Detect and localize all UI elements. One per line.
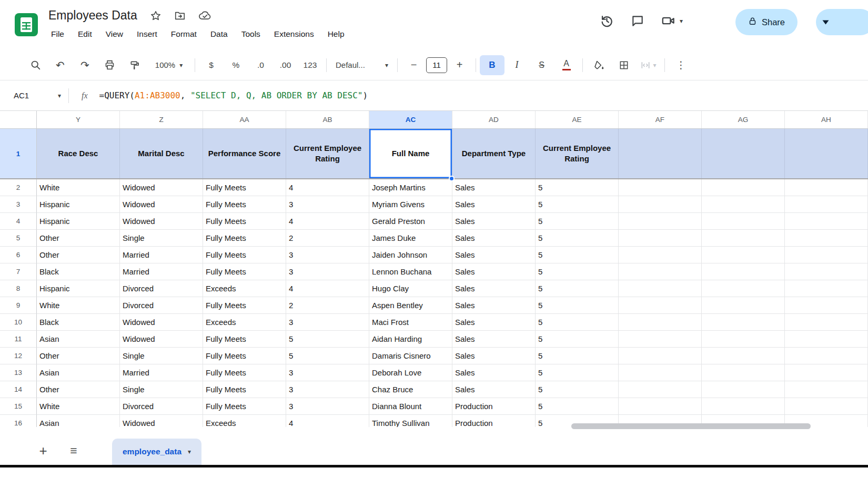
cell[interactable] (619, 348, 702, 364)
cell[interactable]: Widowed (120, 331, 203, 348)
cell[interactable] (702, 331, 785, 348)
cell[interactable]: 4 (286, 280, 369, 297)
cell[interactable]: Other (37, 247, 120, 263)
cell[interactable]: Fully Meets (203, 381, 286, 398)
cell[interactable]: 5 (536, 314, 619, 331)
cell[interactable]: 5 (536, 381, 619, 398)
cell[interactable]: James Duke (369, 230, 452, 247)
row-header-5[interactable]: 5 (0, 230, 37, 247)
cell[interactable] (702, 348, 785, 364)
cell[interactable]: 5 (536, 230, 619, 247)
sheets-logo-icon[interactable] (15, 13, 38, 36)
cell[interactable]: 3 (286, 398, 369, 415)
cell[interactable]: Married (120, 364, 203, 381)
cell[interactable] (702, 230, 785, 247)
print-icon[interactable] (97, 55, 122, 75)
cell[interactable]: Sales (452, 196, 536, 213)
cell[interactable]: Damaris Cisnero (369, 348, 452, 364)
font-select[interactable]: Defaul... ▾ (330, 55, 393, 75)
cell[interactable]: Aspen Bentley (369, 297, 452, 314)
cell[interactable] (619, 381, 702, 398)
version-history-icon[interactable] (600, 14, 614, 28)
cell[interactable]: Asian (37, 364, 120, 381)
cell[interactable]: Single (120, 230, 203, 247)
menu-help[interactable]: Help (321, 27, 351, 41)
sheet-tab-employee-data[interactable]: employee_data ▾ (112, 439, 201, 465)
comments-icon[interactable] (631, 14, 644, 28)
cell[interactable]: Hispanic (37, 196, 120, 213)
bold-button[interactable]: B (480, 55, 504, 75)
cell[interactable]: Sales (452, 213, 536, 230)
cell[interactable] (619, 263, 702, 280)
cell[interactable] (702, 213, 785, 230)
cell[interactable]: Hugo Clay (369, 280, 452, 297)
cell[interactable]: Chaz Bruce (369, 381, 452, 398)
cell[interactable]: Other (37, 381, 120, 398)
row-header-12[interactable]: 12 (0, 348, 37, 364)
undo-icon[interactable]: ↶ (48, 55, 73, 75)
cell[interactable]: Widowed (120, 179, 203, 196)
cell[interactable] (702, 196, 785, 213)
star-icon[interactable] (150, 10, 162, 22)
header-cell[interactable]: Race Desc (37, 129, 120, 178)
cell[interactable] (619, 314, 702, 331)
cell[interactable] (785, 247, 868, 263)
cell[interactable]: Other (37, 230, 120, 247)
sheet-tab-menu-icon[interactable]: ▾ (188, 449, 191, 455)
cell[interactable]: 5 (536, 280, 619, 297)
column-header-aa[interactable]: AA (203, 111, 286, 128)
cell[interactable] (785, 179, 868, 196)
cell[interactable]: Myriam Givens (369, 196, 452, 213)
cell[interactable] (785, 398, 868, 415)
cell[interactable] (619, 179, 702, 196)
horizontal-scrollbar[interactable] (571, 423, 811, 429)
cell[interactable]: Widowed (120, 196, 203, 213)
cell[interactable] (702, 280, 785, 297)
cell[interactable]: Black (37, 263, 120, 280)
header-cell[interactable] (619, 129, 702, 178)
italic-button[interactable]: I (504, 55, 529, 75)
cell[interactable]: 5 (536, 213, 619, 230)
menu-file[interactable]: File (44, 27, 71, 41)
cell[interactable]: Aidan Harding (369, 331, 452, 348)
cell[interactable] (619, 297, 702, 314)
increase-font-size-button[interactable]: + (447, 55, 472, 75)
column-header-af[interactable]: AF (619, 111, 702, 128)
cell[interactable]: Divorced (120, 398, 203, 415)
cell[interactable]: Hispanic (37, 280, 120, 297)
row-header-4[interactable]: 4 (0, 213, 37, 230)
cell[interactable]: Sales (452, 247, 536, 263)
menu-view[interactable]: View (99, 27, 130, 41)
column-header-ad[interactable]: AD (452, 111, 536, 128)
cell[interactable]: Fully Meets (203, 364, 286, 381)
cell[interactable]: Timothy Sullivan (369, 415, 452, 427)
cell[interactable]: Single (120, 348, 203, 364)
redo-icon[interactable]: ↷ (73, 55, 97, 75)
cell[interactable]: Lennon Buchana (369, 263, 452, 280)
cell[interactable] (785, 196, 868, 213)
menu-edit[interactable]: Edit (71, 27, 99, 41)
menu-format[interactable]: Format (164, 27, 204, 41)
more-formats-button[interactable]: 123 (298, 55, 322, 75)
fill-color-icon[interactable] (587, 55, 611, 75)
cell[interactable] (785, 213, 868, 230)
font-size-input[interactable]: 11 (426, 57, 447, 73)
cell[interactable]: Divorced (120, 280, 203, 297)
share-dropdown-button[interactable] (816, 9, 868, 35)
cell[interactable]: Sales (452, 331, 536, 348)
row-header-3[interactable]: 3 (0, 196, 37, 213)
paint-format-icon[interactable] (122, 55, 147, 75)
cell[interactable]: Widowed (120, 314, 203, 331)
format-percent-button[interactable]: % (224, 55, 248, 75)
cell[interactable]: Sales (452, 280, 536, 297)
cell[interactable] (619, 230, 702, 247)
cell[interactable] (785, 314, 868, 331)
document-title[interactable]: Employees Data (48, 8, 137, 23)
column-header-ab[interactable]: AB (286, 111, 369, 128)
search-icon[interactable] (23, 55, 48, 75)
cell[interactable]: White (37, 398, 120, 415)
cell[interactable]: 5 (536, 331, 619, 348)
text-color-button[interactable]: A (554, 55, 579, 75)
add-sheet-button[interactable]: + (32, 440, 55, 461)
cell[interactable] (785, 263, 868, 280)
